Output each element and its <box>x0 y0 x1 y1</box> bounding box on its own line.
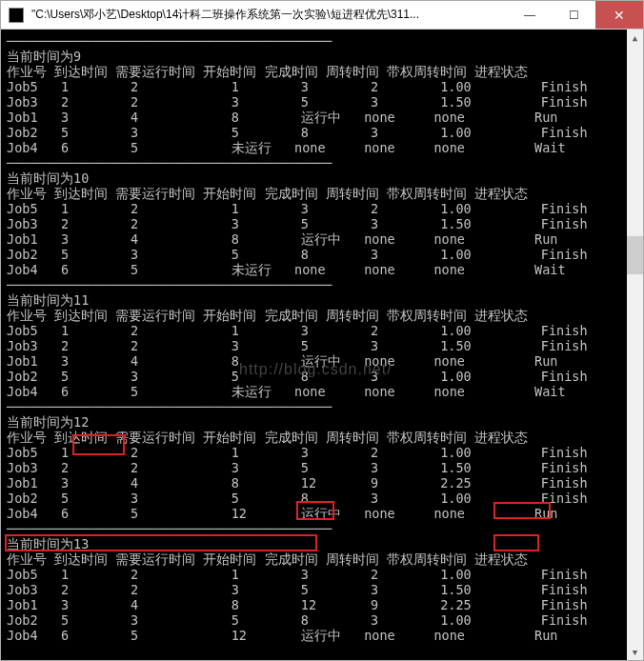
console-line: Job3 2 2 3 5 3 1.50 Finish <box>7 216 643 231</box>
console-line: Job1 3 4 8 12 9 2.25 Finish <box>7 597 643 612</box>
console-line: Job2 5 3 5 8 3 1.00 Finish <box>7 369 643 384</box>
scrollbar-thumb[interactable] <box>627 236 643 274</box>
console-line: Job4 6 5 未运行 none none none Wait <box>7 140 643 155</box>
console-line: 作业号 到达时间 需要运行时间 开始时间 完成时间 周转时间 带权周转时间 进程… <box>7 186 643 201</box>
console-line: Job5 1 2 1 3 2 1.00 Finish <box>7 79 643 94</box>
console-line: Job1 3 4 8 12 9 2.25 Finish <box>7 475 643 491</box>
console-line: ────────────────────────────────────────… <box>7 33 643 49</box>
console-line: 当前时间为10 <box>7 170 643 186</box>
console-line: Job5 1 2 1 3 2 1.00 Finish <box>7 567 643 582</box>
maximize-button[interactable]: ☐ <box>552 1 595 29</box>
scroll-up-button[interactable]: ▲ <box>627 30 643 46</box>
console-line: Job2 5 3 5 8 3 1.00 Finish <box>7 125 643 140</box>
console-line: Job2 5 3 5 8 3 1.00 Finish <box>7 612 643 628</box>
console-line: 作业号 到达时间 需要运行时间 开始时间 完成时间 周转时间 带权周转时间 进程… <box>7 64 643 79</box>
console-line: 作业号 到达时间 需要运行时间 开始时间 完成时间 周转时间 带权周转时间 进程… <box>7 430 643 445</box>
close-button[interactable]: ✕ <box>595 1 643 29</box>
console-line: Job1 3 4 8 运行中 none none Run <box>7 353 643 369</box>
console-line: ────────────────────────────────────────… <box>7 521 643 536</box>
window-titlebar[interactable]: "C:\Users\邓小艺\Desktop\14计科二班操作系统第一次实验\短进… <box>1 1 643 30</box>
console-line: Job2 5 3 5 8 3 1.00 Finish <box>7 247 643 262</box>
console-line: 当前时间为11 <box>7 292 643 308</box>
console-line: Job5 1 2 1 3 2 1.00 Finish <box>7 323 643 338</box>
window-icon <box>9 8 24 23</box>
console-line: Job5 1 2 1 3 2 1.00 Finish <box>7 445 643 460</box>
console-line: Job3 2 2 3 5 3 1.50 Finish <box>7 338 643 353</box>
console-line: Job5 1 2 1 3 2 1.00 Finish <box>7 201 643 216</box>
console-line: ────────────────────────────────────────… <box>7 155 643 170</box>
console-line: Job4 6 5 12 运行中 none none Run <box>7 506 643 521</box>
console-content: ────────────────────────────────────────… <box>1 30 643 660</box>
console-line: Job4 6 5 未运行 none none none Wait <box>7 262 643 277</box>
window-controls: — ☐ ✕ <box>508 1 643 29</box>
console-line: 作业号 到达时间 需要运行时间 开始时间 完成时间 周转时间 带权周转时间 进程… <box>7 551 643 567</box>
console-line: Job4 6 5 未运行 none none none Wait <box>7 384 643 399</box>
vertical-scrollbar[interactable]: ▲ ▼ <box>627 30 643 660</box>
console-line: 当前时间为13 <box>7 536 643 551</box>
console-line: 作业号 到达时间 需要运行时间 开始时间 完成时间 周转时间 带权周转时间 进程… <box>7 308 643 323</box>
console-line: Job4 6 5 12 运行中 none none Run <box>7 628 643 643</box>
console-line: Job3 2 2 3 5 3 1.50 Finish <box>7 582 643 597</box>
scrollbar-track[interactable] <box>627 46 643 644</box>
console-line: Job1 3 4 8 运行中 none none Run <box>7 231 643 247</box>
console-line: Job3 2 2 3 5 3 1.50 Finish <box>7 94 643 110</box>
console-line: Job3 2 2 3 5 3 1.50 Finish <box>7 460 643 475</box>
console-line: ────────────────────────────────────────… <box>7 277 643 292</box>
console-line: Job2 5 3 5 8 3 1.00 Finish <box>7 491 643 506</box>
minimize-button[interactable]: — <box>508 1 552 29</box>
console-line: Job1 3 4 8 运行中 none none Run <box>7 110 643 125</box>
window-title: "C:\Users\邓小艺\Desktop\14计科二班操作系统第一次实验\短进… <box>31 7 508 23</box>
console-area: ────────────────────────────────────────… <box>1 30 643 660</box>
console-line: ────────────────────────────────────────… <box>7 399 643 414</box>
console-line: 当前时间为12 <box>7 414 643 430</box>
console-line: 当前时间为9 <box>7 49 643 64</box>
scroll-down-button[interactable]: ▼ <box>627 644 643 660</box>
